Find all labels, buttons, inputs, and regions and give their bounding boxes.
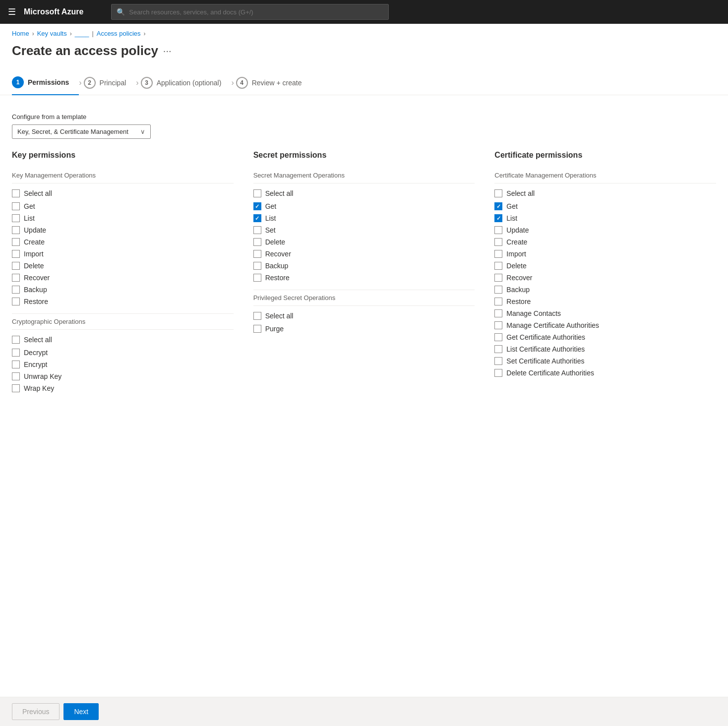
key-crypto-divider <box>12 329 234 330</box>
key-restore-checkbox[interactable] <box>12 298 20 305</box>
step-label-4: Review + create <box>252 79 302 87</box>
cert-recover-checkbox[interactable] <box>494 274 502 282</box>
cert-manage-ca-label: Manage Certificate Authorities <box>506 321 599 329</box>
search-bar[interactable]: 🔍 <box>111 4 389 20</box>
secret-backup-checkbox[interactable] <box>253 262 261 270</box>
cert-get-item: Get <box>494 200 716 212</box>
step-label-3: Application (optional) <box>157 79 222 87</box>
breadcrumb-sep-4: › <box>144 30 146 37</box>
key-restore-item: Restore <box>12 296 234 307</box>
secret-delete-checkbox[interactable] <box>253 238 261 246</box>
key-delete-checkbox[interactable] <box>12 262 20 270</box>
cert-manage-contacts-item: Manage Contacts <box>494 307 716 319</box>
secret-permissions-header: Secret permissions <box>253 151 475 164</box>
secret-restore-label: Restore <box>265 274 290 282</box>
breadcrumb-vault-name[interactable]: ____ <box>75 30 89 37</box>
secret-priv-select-all-label: Select all <box>265 312 294 320</box>
secret-list-label: List <box>265 214 276 222</box>
hamburger-icon[interactable]: ☰ <box>8 6 16 17</box>
key-backup-checkbox[interactable] <box>12 286 20 294</box>
cert-recover-item: Recover <box>494 272 716 284</box>
key-import-label: Import <box>24 250 44 258</box>
cert-update-checkbox[interactable] <box>494 226 502 234</box>
key-unwrap-label: Unwrap Key <box>24 372 61 380</box>
secret-get-item: Get <box>253 200 475 212</box>
wizard-step-3[interactable]: 3 Application (optional) <box>141 71 232 95</box>
secret-get-checkbox[interactable] <box>253 202 261 210</box>
key-list-checkbox[interactable] <box>12 214 20 222</box>
secret-list-checkbox[interactable] <box>253 214 261 222</box>
key-crypto-ops-label: Cryptographic Operations <box>12 318 234 325</box>
cert-get-ca-label: Get Certificate Authorities <box>506 333 585 341</box>
key-restore-label: Restore <box>24 298 48 305</box>
cert-get-checkbox[interactable] <box>494 202 502 210</box>
breadcrumb-access-policies[interactable]: Access policies <box>97 30 141 37</box>
key-list-label: List <box>24 214 35 222</box>
topbar: ☰ Microsoft Azure 🔍 <box>0 0 728 24</box>
wizard-step-1[interactable]: 1 Permissions <box>12 70 79 95</box>
key-crypto-select-all-checkbox[interactable] <box>12 336 20 344</box>
cert-create-checkbox[interactable] <box>494 238 502 246</box>
wizard-steps: 1 Permissions › 2 Principal › 3 Applicat… <box>0 66 728 95</box>
search-input[interactable] <box>129 8 383 16</box>
cert-list-ca-item: List Certificate Authorities <box>494 343 716 355</box>
key-decrypt-label: Decrypt <box>24 349 48 357</box>
cert-delete-ca-checkbox[interactable] <box>494 369 502 377</box>
cert-get-ca-checkbox[interactable] <box>494 333 502 341</box>
secret-select-all-checkbox[interactable] <box>253 189 261 197</box>
template-select[interactable]: Key, Secret, & Certificate Management ∨ <box>12 124 151 139</box>
template-label: Configure from a template <box>12 113 716 121</box>
key-decrypt-item: Decrypt <box>12 347 234 359</box>
cert-get-ca-item: Get Certificate Authorities <box>494 331 716 343</box>
key-import-checkbox[interactable] <box>12 250 20 258</box>
cert-list-checkbox[interactable] <box>494 214 502 222</box>
cert-backup-checkbox[interactable] <box>494 286 502 294</box>
secret-delete-label: Delete <box>265 238 285 246</box>
page-header: Create an access policy ··· <box>0 39 728 66</box>
cert-set-ca-checkbox[interactable] <box>494 357 502 365</box>
cert-import-checkbox[interactable] <box>494 250 502 258</box>
key-get-item: Get <box>12 200 234 212</box>
step-circle-3: 3 <box>141 77 153 89</box>
wizard-step-4[interactable]: 4 Review + create <box>236 71 312 95</box>
breadcrumb-home[interactable]: Home <box>12 30 29 37</box>
cert-list-ca-label: List Certificate Authorities <box>506 345 585 353</box>
cert-backup-item: Backup <box>494 284 716 296</box>
key-select-all-checkbox[interactable] <box>12 189 20 197</box>
secret-restore-checkbox[interactable] <box>253 274 261 282</box>
secret-purge-checkbox[interactable] <box>253 325 261 333</box>
secret-set-checkbox[interactable] <box>253 226 261 234</box>
secret-recover-item: Recover <box>253 248 475 260</box>
cert-select-all-checkbox[interactable] <box>494 189 502 197</box>
app-title: Microsoft Azure <box>24 7 83 16</box>
key-crypto-select-all-item: Select all <box>12 334 234 346</box>
secret-set-label: Set <box>265 226 276 234</box>
cert-manage-contacts-checkbox[interactable] <box>494 309 502 317</box>
key-unwrap-checkbox[interactable] <box>12 372 20 380</box>
cert-manage-ca-checkbox[interactable] <box>494 321 502 329</box>
cert-delete-checkbox[interactable] <box>494 262 502 270</box>
page-menu-icon[interactable]: ··· <box>163 45 172 57</box>
wizard-step-2[interactable]: 2 Principal <box>84 71 136 95</box>
key-crypto-select-all-label: Select all <box>24 336 52 344</box>
key-wrap-checkbox[interactable] <box>12 384 20 392</box>
secret-priv-select-all-checkbox[interactable] <box>253 312 261 320</box>
breadcrumb-keyvaults[interactable]: Key vaults <box>37 30 67 37</box>
key-list-item: List <box>12 212 234 224</box>
key-recover-checkbox[interactable] <box>12 274 20 282</box>
key-decrypt-checkbox[interactable] <box>12 349 20 357</box>
key-mgmt-divider <box>12 183 234 183</box>
key-update-checkbox[interactable] <box>12 226 20 234</box>
cert-select-all-item: Select all <box>494 187 716 199</box>
key-get-checkbox[interactable] <box>12 202 20 210</box>
cert-create-item: Create <box>494 236 716 248</box>
key-recover-label: Recover <box>24 274 50 282</box>
key-encrypt-checkbox[interactable] <box>12 361 20 368</box>
secret-priv-divider-top <box>253 290 475 290</box>
search-icon: 🔍 <box>117 8 125 16</box>
cert-list-ca-checkbox[interactable] <box>494 345 502 353</box>
secret-recover-checkbox[interactable] <box>253 250 261 258</box>
key-wrap-label: Wrap Key <box>24 384 54 392</box>
key-create-checkbox[interactable] <box>12 238 20 246</box>
cert-restore-checkbox[interactable] <box>494 298 502 305</box>
